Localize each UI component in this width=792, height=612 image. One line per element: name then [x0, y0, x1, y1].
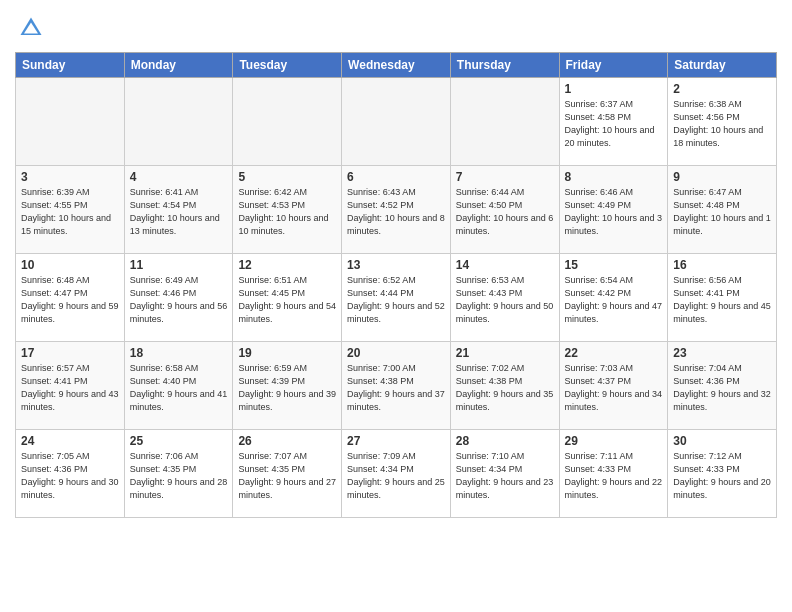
day-number: 4: [130, 170, 228, 184]
day-number: 11: [130, 258, 228, 272]
day-info: Sunrise: 6:39 AM Sunset: 4:55 PM Dayligh…: [21, 186, 119, 238]
calendar-cell: [124, 78, 233, 166]
day-number: 12: [238, 258, 336, 272]
day-info: Sunrise: 7:03 AM Sunset: 4:37 PM Dayligh…: [565, 362, 663, 414]
calendar-cell: 3Sunrise: 6:39 AM Sunset: 4:55 PM Daylig…: [16, 166, 125, 254]
calendar-cell: 12Sunrise: 6:51 AM Sunset: 4:45 PM Dayli…: [233, 254, 342, 342]
day-number: 6: [347, 170, 445, 184]
calendar-cell: 18Sunrise: 6:58 AM Sunset: 4:40 PM Dayli…: [124, 342, 233, 430]
calendar-cell: 4Sunrise: 6:41 AM Sunset: 4:54 PM Daylig…: [124, 166, 233, 254]
day-info: Sunrise: 6:53 AM Sunset: 4:43 PM Dayligh…: [456, 274, 554, 326]
day-number: 28: [456, 434, 554, 448]
calendar: SundayMondayTuesdayWednesdayThursdayFrid…: [15, 52, 777, 518]
day-info: Sunrise: 7:04 AM Sunset: 4:36 PM Dayligh…: [673, 362, 771, 414]
day-number: 15: [565, 258, 663, 272]
calendar-cell: [342, 78, 451, 166]
day-number: 9: [673, 170, 771, 184]
calendar-cell: 28Sunrise: 7:10 AM Sunset: 4:34 PM Dayli…: [450, 430, 559, 518]
calendar-cell: [450, 78, 559, 166]
day-info: Sunrise: 6:59 AM Sunset: 4:39 PM Dayligh…: [238, 362, 336, 414]
day-number: 26: [238, 434, 336, 448]
day-number: 14: [456, 258, 554, 272]
week-row-3: 17Sunrise: 6:57 AM Sunset: 4:41 PM Dayli…: [16, 342, 777, 430]
calendar-cell: 7Sunrise: 6:44 AM Sunset: 4:50 PM Daylig…: [450, 166, 559, 254]
day-number: 25: [130, 434, 228, 448]
week-row-0: 1Sunrise: 6:37 AM Sunset: 4:58 PM Daylig…: [16, 78, 777, 166]
calendar-cell: 27Sunrise: 7:09 AM Sunset: 4:34 PM Dayli…: [342, 430, 451, 518]
calendar-cell: 5Sunrise: 6:42 AM Sunset: 4:53 PM Daylig…: [233, 166, 342, 254]
day-number: 30: [673, 434, 771, 448]
calendar-cell: 24Sunrise: 7:05 AM Sunset: 4:36 PM Dayli…: [16, 430, 125, 518]
day-info: Sunrise: 7:00 AM Sunset: 4:38 PM Dayligh…: [347, 362, 445, 414]
weekday-header-tuesday: Tuesday: [233, 53, 342, 78]
calendar-cell: 30Sunrise: 7:12 AM Sunset: 4:33 PM Dayli…: [668, 430, 777, 518]
calendar-cell: 6Sunrise: 6:43 AM Sunset: 4:52 PM Daylig…: [342, 166, 451, 254]
day-number: 20: [347, 346, 445, 360]
week-row-2: 10Sunrise: 6:48 AM Sunset: 4:47 PM Dayli…: [16, 254, 777, 342]
calendar-cell: 9Sunrise: 6:47 AM Sunset: 4:48 PM Daylig…: [668, 166, 777, 254]
day-number: 13: [347, 258, 445, 272]
calendar-body: 1Sunrise: 6:37 AM Sunset: 4:58 PM Daylig…: [16, 78, 777, 518]
day-number: 19: [238, 346, 336, 360]
calendar-cell: 10Sunrise: 6:48 AM Sunset: 4:47 PM Dayli…: [16, 254, 125, 342]
day-info: Sunrise: 6:54 AM Sunset: 4:42 PM Dayligh…: [565, 274, 663, 326]
weekday-header-sunday: Sunday: [16, 53, 125, 78]
day-info: Sunrise: 6:46 AM Sunset: 4:49 PM Dayligh…: [565, 186, 663, 238]
day-info: Sunrise: 7:11 AM Sunset: 4:33 PM Dayligh…: [565, 450, 663, 502]
day-info: Sunrise: 6:56 AM Sunset: 4:41 PM Dayligh…: [673, 274, 771, 326]
calendar-cell: 25Sunrise: 7:06 AM Sunset: 4:35 PM Dayli…: [124, 430, 233, 518]
weekday-header-saturday: Saturday: [668, 53, 777, 78]
calendar-cell: 29Sunrise: 7:11 AM Sunset: 4:33 PM Dayli…: [559, 430, 668, 518]
calendar-cell: 26Sunrise: 7:07 AM Sunset: 4:35 PM Dayli…: [233, 430, 342, 518]
weekday-row: SundayMondayTuesdayWednesdayThursdayFrid…: [16, 53, 777, 78]
week-row-1: 3Sunrise: 6:39 AM Sunset: 4:55 PM Daylig…: [16, 166, 777, 254]
logo-icon: [17, 14, 45, 42]
day-number: 29: [565, 434, 663, 448]
day-info: Sunrise: 6:37 AM Sunset: 4:58 PM Dayligh…: [565, 98, 663, 150]
day-info: Sunrise: 6:51 AM Sunset: 4:45 PM Dayligh…: [238, 274, 336, 326]
calendar-cell: 1Sunrise: 6:37 AM Sunset: 4:58 PM Daylig…: [559, 78, 668, 166]
calendar-cell: 23Sunrise: 7:04 AM Sunset: 4:36 PM Dayli…: [668, 342, 777, 430]
calendar-cell: 8Sunrise: 6:46 AM Sunset: 4:49 PM Daylig…: [559, 166, 668, 254]
calendar-cell: 14Sunrise: 6:53 AM Sunset: 4:43 PM Dayli…: [450, 254, 559, 342]
day-number: 2: [673, 82, 771, 96]
weekday-header-monday: Monday: [124, 53, 233, 78]
calendar-cell: [16, 78, 125, 166]
day-info: Sunrise: 6:42 AM Sunset: 4:53 PM Dayligh…: [238, 186, 336, 238]
day-number: 27: [347, 434, 445, 448]
calendar-cell: 20Sunrise: 7:00 AM Sunset: 4:38 PM Dayli…: [342, 342, 451, 430]
day-number: 21: [456, 346, 554, 360]
weekday-header-friday: Friday: [559, 53, 668, 78]
day-info: Sunrise: 7:05 AM Sunset: 4:36 PM Dayligh…: [21, 450, 119, 502]
day-number: 10: [21, 258, 119, 272]
day-number: 18: [130, 346, 228, 360]
day-info: Sunrise: 6:38 AM Sunset: 4:56 PM Dayligh…: [673, 98, 771, 150]
day-number: 24: [21, 434, 119, 448]
calendar-cell: 13Sunrise: 6:52 AM Sunset: 4:44 PM Dayli…: [342, 254, 451, 342]
day-info: Sunrise: 6:41 AM Sunset: 4:54 PM Dayligh…: [130, 186, 228, 238]
day-number: 17: [21, 346, 119, 360]
day-info: Sunrise: 6:47 AM Sunset: 4:48 PM Dayligh…: [673, 186, 771, 238]
day-number: 5: [238, 170, 336, 184]
calendar-cell: 2Sunrise: 6:38 AM Sunset: 4:56 PM Daylig…: [668, 78, 777, 166]
day-number: 1: [565, 82, 663, 96]
calendar-cell: 11Sunrise: 6:49 AM Sunset: 4:46 PM Dayli…: [124, 254, 233, 342]
header-area: [15, 10, 777, 46]
day-info: Sunrise: 6:49 AM Sunset: 4:46 PM Dayligh…: [130, 274, 228, 326]
calendar-header: SundayMondayTuesdayWednesdayThursdayFrid…: [16, 53, 777, 78]
day-number: 22: [565, 346, 663, 360]
calendar-cell: 17Sunrise: 6:57 AM Sunset: 4:41 PM Dayli…: [16, 342, 125, 430]
day-info: Sunrise: 7:06 AM Sunset: 4:35 PM Dayligh…: [130, 450, 228, 502]
day-info: Sunrise: 6:58 AM Sunset: 4:40 PM Dayligh…: [130, 362, 228, 414]
day-info: Sunrise: 6:48 AM Sunset: 4:47 PM Dayligh…: [21, 274, 119, 326]
day-info: Sunrise: 7:02 AM Sunset: 4:38 PM Dayligh…: [456, 362, 554, 414]
day-info: Sunrise: 6:43 AM Sunset: 4:52 PM Dayligh…: [347, 186, 445, 238]
calendar-cell: 19Sunrise: 6:59 AM Sunset: 4:39 PM Dayli…: [233, 342, 342, 430]
calendar-cell: 15Sunrise: 6:54 AM Sunset: 4:42 PM Dayli…: [559, 254, 668, 342]
day-info: Sunrise: 6:44 AM Sunset: 4:50 PM Dayligh…: [456, 186, 554, 238]
day-info: Sunrise: 7:09 AM Sunset: 4:34 PM Dayligh…: [347, 450, 445, 502]
day-number: 3: [21, 170, 119, 184]
day-number: 23: [673, 346, 771, 360]
logo: [15, 14, 45, 46]
calendar-cell: 16Sunrise: 6:56 AM Sunset: 4:41 PM Dayli…: [668, 254, 777, 342]
